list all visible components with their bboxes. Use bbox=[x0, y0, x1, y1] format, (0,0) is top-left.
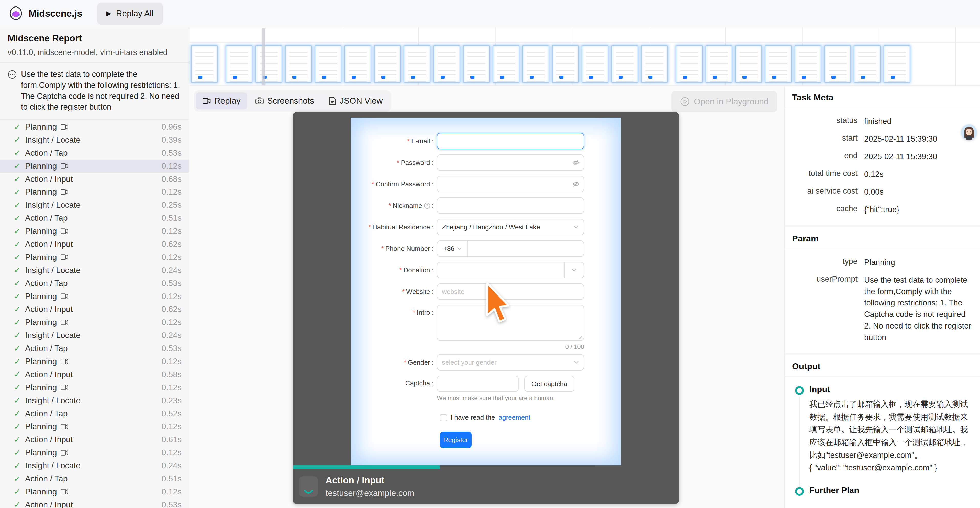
task-list-item[interactable]: ✓ Action / Input 0.62s bbox=[0, 238, 189, 251]
task-list-item[interactable]: ✓ Action / Tap 0.53s bbox=[0, 147, 189, 160]
intro-label: *Intro : bbox=[351, 308, 437, 316]
replay-info-bar: Action / Input testuser@example.com bbox=[293, 469, 679, 504]
required-asterisk: * bbox=[388, 202, 391, 210]
timeline-thumbnail[interactable] bbox=[315, 45, 341, 83]
residence-value: Zhejiang / Hangzhou / West Lake bbox=[442, 223, 540, 231]
task-list-item[interactable]: ✓ Planning 0.96s bbox=[0, 120, 189, 133]
task-label: Action / Tap bbox=[25, 148, 68, 158]
required-asterisk: * bbox=[381, 245, 384, 253]
task-list-item[interactable]: ✓ Insight / Locate 0.24s bbox=[0, 459, 189, 472]
email-input[interactable] bbox=[437, 133, 584, 149]
task-list-item[interactable]: ✓ Insight / Locate 0.24s bbox=[0, 264, 189, 277]
task-list-item[interactable]: ✓ Planning 0.12s bbox=[0, 225, 189, 238]
task-list-item[interactable]: ✓ Planning 0.12s bbox=[0, 185, 189, 199]
timeline-thumbnail[interactable] bbox=[765, 45, 792, 83]
task-list-item[interactable]: ✓ Planning 0.12s bbox=[0, 420, 189, 433]
task-list-item[interactable]: ✓ Planning 0.12s bbox=[0, 290, 189, 303]
task-list-item[interactable]: ✓ Action / Input 0.53s bbox=[0, 498, 189, 508]
timeline-thumbnail[interactable] bbox=[824, 45, 851, 83]
task-list-item[interactable]: ✓ Action / Tap 0.51s bbox=[0, 211, 189, 225]
donation-input[interactable] bbox=[437, 262, 564, 278]
website-input[interactable] bbox=[437, 283, 584, 300]
timeline-thumbnail[interactable] bbox=[676, 45, 703, 83]
assistant-avatar[interactable] bbox=[961, 125, 977, 140]
nickname-label: *Nickname ? : bbox=[351, 202, 437, 210]
task-list-item[interactable]: ✓ Planning 0.12s bbox=[0, 446, 189, 459]
task-list-item[interactable]: ✓ Action / Tap 0.52s bbox=[0, 407, 189, 420]
phone-row: *Phone Number : +86 bbox=[351, 240, 621, 257]
timeline-thumbnail[interactable] bbox=[884, 45, 910, 83]
task-list-item[interactable]: ✓ Planning 0.12s bbox=[0, 355, 189, 368]
get-captcha-button[interactable]: Get captcha bbox=[524, 375, 574, 392]
timeline-thumbnail[interactable] bbox=[493, 45, 519, 83]
task-list-item[interactable]: ✓ Planning 0.12s bbox=[0, 381, 189, 394]
task-list-item[interactable]: ✓ Action / Input 0.61s bbox=[0, 433, 189, 446]
confirm-password-input[interactable] bbox=[437, 176, 584, 192]
timeline-thumbnail[interactable] bbox=[344, 45, 371, 83]
timeline-thumbnail[interactable] bbox=[285, 45, 312, 83]
task-list-item[interactable]: ✓ Insight / Locate 0.39s bbox=[0, 133, 189, 147]
password-input[interactable] bbox=[437, 154, 584, 171]
timeline-thumbnail[interactable] bbox=[433, 45, 460, 83]
timeline-thumbnail[interactable] bbox=[404, 45, 430, 83]
task-list-item[interactable]: ✓ Action / Input 0.68s bbox=[0, 173, 189, 185]
task-duration: 0.24s bbox=[162, 461, 181, 470]
timeline-thumbnail[interactable] bbox=[226, 45, 252, 83]
open-in-playground-button[interactable]: Open in Playground bbox=[671, 91, 777, 112]
timeline-thumbnail[interactable] bbox=[582, 45, 608, 83]
output-timeline: Input 我已经点击了邮箱输入框，现在需要输入测试数据。根据任务要求，我需要使… bbox=[785, 377, 980, 508]
eye-invisible-icon[interactable] bbox=[572, 180, 580, 188]
timeline-thumbnail[interactable] bbox=[735, 45, 762, 83]
task-list-item[interactable]: ✓ Insight / Locate 0.25s bbox=[0, 198, 189, 211]
task-list-item[interactable]: ✓ Insight / Locate 0.24s bbox=[0, 329, 189, 342]
task-list-item[interactable]: ✓ Action / Tap 0.51s bbox=[0, 472, 189, 485]
task-list-item[interactable]: ✓ Action / Tap 0.53s bbox=[0, 342, 189, 355]
tab-screenshots[interactable]: Screenshots bbox=[249, 93, 321, 109]
timeline-thumbnail[interactable] bbox=[522, 45, 549, 83]
phone-prefix-select[interactable]: +86 bbox=[437, 240, 468, 257]
timeline-thumbnail[interactable] bbox=[795, 45, 821, 83]
replay-all-button[interactable]: ▶ Replay All bbox=[97, 3, 163, 25]
register-button[interactable]: Register bbox=[440, 432, 472, 448]
tab-json-view[interactable]: JSON View bbox=[322, 93, 389, 109]
timeline-thumbnail[interactable] bbox=[256, 45, 282, 83]
task-list-item[interactable]: ✓ Action / Input 0.58s bbox=[0, 368, 189, 381]
gender-select[interactable]: select your gender bbox=[437, 354, 584, 371]
task-list-item[interactable]: ✓ Action / Tap 0.53s bbox=[0, 277, 189, 290]
timeline-thumbnail[interactable] bbox=[552, 45, 579, 83]
output-item: Input 我已经点击了邮箱输入框，现在需要输入测试数据。根据任务要求，我需要使… bbox=[795, 385, 974, 486]
task-list-item[interactable]: ✓ Planning 0.12s bbox=[0, 485, 189, 498]
file-icon bbox=[329, 97, 336, 105]
task-list-item[interactable]: ✓ Planning 0.12s bbox=[0, 251, 189, 264]
replay-player: *E-mail : *Password : *Confirm Password … bbox=[293, 112, 679, 504]
task-list-item[interactable]: ✓ Action / Input 0.62s bbox=[0, 303, 189, 316]
check-icon: ✓ bbox=[14, 331, 25, 340]
task-list-item[interactable]: ✓ Insight / Locate 0.23s bbox=[0, 394, 189, 407]
nickname-input[interactable] bbox=[437, 197, 584, 214]
timeline-thumbnail[interactable] bbox=[611, 45, 638, 83]
task-label: Planning bbox=[25, 422, 57, 431]
timeline-thumbnail[interactable] bbox=[641, 45, 668, 83]
residence-select[interactable]: Zhejiang / Hangzhou / West Lake bbox=[437, 219, 584, 235]
donation-unit-select[interactable] bbox=[564, 262, 584, 278]
timeline-thumbnail[interactable] bbox=[854, 45, 881, 83]
intro-textarea[interactable] bbox=[437, 305, 584, 341]
param-table: type Planning userPrompt Use the test da… bbox=[785, 249, 980, 353]
meta-value: 0.00s bbox=[864, 186, 973, 198]
timeline-thumbnail[interactable] bbox=[463, 45, 490, 83]
agreement-checkbox[interactable] bbox=[440, 414, 447, 421]
phone-input[interactable] bbox=[468, 240, 584, 257]
agreement-link[interactable]: agreement bbox=[498, 414, 530, 422]
tab-replay[interactable]: Replay bbox=[196, 93, 247, 109]
task-list-item[interactable]: ✓ Planning 0.12s bbox=[0, 316, 189, 329]
eye-invisible-icon[interactable] bbox=[572, 158, 580, 167]
timeline-thumbnail[interactable] bbox=[706, 45, 732, 83]
captcha-input[interactable] bbox=[437, 375, 519, 392]
task-list-item[interactable]: ✓ Planning 0.12s bbox=[0, 160, 189, 173]
timeline-scrubber[interactable] bbox=[262, 29, 266, 85]
replay-progress-bar[interactable] bbox=[293, 465, 440, 469]
timeline-thumbnail[interactable] bbox=[191, 45, 218, 83]
timeline-thumbnail[interactable] bbox=[374, 45, 401, 83]
meta-row: start 2025-02-11 15:39:30 bbox=[788, 130, 973, 148]
task-meta-table: status finished start 2025-02-11 15:39:3… bbox=[785, 108, 980, 225]
